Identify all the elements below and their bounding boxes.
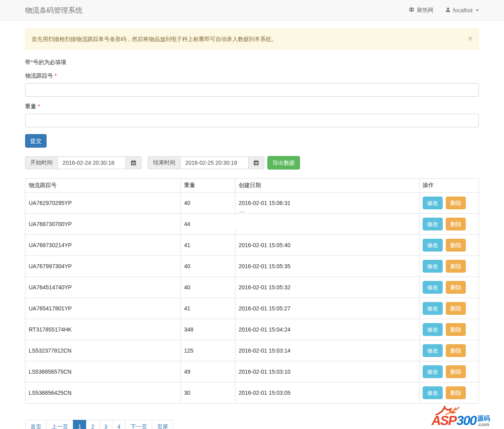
created-date-cell: 2016-02-01 15:05:27	[235, 298, 420, 319]
tracking-number-cell: RT317855174HK	[25, 319, 181, 340]
pagination-item[interactable]: 上一页	[46, 420, 73, 429]
edit-button[interactable]: 修改	[423, 281, 443, 294]
tracking-number-cell: LS532377812CN	[25, 340, 181, 361]
actions-cell: 修改 删除	[420, 277, 479, 298]
date-range-toolbar: 开始时间 结束时间 导出数据	[25, 156, 479, 170]
weight-required-asterisk: *	[38, 103, 40, 109]
submit-button[interactable]: 提交	[25, 134, 47, 148]
site-link[interactable]: 聚热网	[409, 7, 433, 14]
tracking-number-cell: UA767997304YP	[25, 256, 181, 277]
tracking-number-cell: UA768730214YP	[25, 235, 181, 256]
edit-button[interactable]: 修改	[423, 365, 443, 378]
edit-button[interactable]: 修改	[423, 302, 443, 315]
actions-cell: 修改 删除	[420, 235, 479, 256]
edit-button[interactable]: 修改	[423, 197, 443, 209]
export-data-button[interactable]: 导出数据	[267, 156, 300, 170]
end-time-label: 结束时间	[148, 156, 180, 169]
table-row: UA768730214YP 41 2016-02-01 15:05:40 修改 …	[25, 235, 479, 256]
table-row: UA767997304YP 40 2016-02-01 15:05:35 修改 …	[25, 256, 479, 277]
edit-button[interactable]: 修改	[423, 260, 443, 273]
required-note-suffix: 号的为必填项	[33, 59, 66, 65]
column-header-actions: 操作	[420, 179, 479, 193]
created-date-cell: 2016-02-01 15:04:24	[235, 319, 420, 340]
weight-input[interactable]	[25, 114, 479, 127]
tracking-number-cell: LS536856425CN	[25, 382, 181, 404]
calendar-icon	[253, 160, 259, 166]
created-date-cell: 2016-02-01 15:03:10	[235, 361, 420, 382]
table-header-row: 物流跟踪号 重量 创建日期 操作	[25, 179, 479, 193]
user-icon	[445, 7, 451, 14]
pagination-item[interactable]: 页尾	[152, 420, 173, 429]
table-row: LS536856425CN 30 2016-02-01 15:03:05 修改 …	[25, 382, 479, 404]
calendar-icon	[131, 160, 136, 166]
edit-button[interactable]: 修改	[423, 344, 443, 357]
weight-cell: 49	[181, 361, 235, 382]
edit-button[interactable]: 修改	[423, 323, 443, 336]
end-time-input[interactable]	[180, 156, 249, 169]
weight-cell: 40	[181, 193, 235, 214]
weight-label: 重量 *	[25, 103, 479, 110]
created-date-cell: 2016-02-01 15:03:14	[235, 340, 420, 361]
created-date-cell: 2016-02-01 15:03:05	[235, 382, 420, 404]
edit-button[interactable]: 修改	[423, 386, 443, 399]
weight-cell: 40	[181, 277, 235, 298]
actions-cell: 修改 删除	[420, 361, 479, 382]
table-row: RT317855174HK 348 2016-02-01 15:04:24 修改…	[25, 319, 479, 340]
delete-button[interactable]: 删除	[446, 323, 466, 336]
table-row: LS532377812CN 125 2016-02-01 15:03:14 修改…	[25, 340, 479, 361]
user-menu[interactable]: focalhot	[445, 7, 479, 14]
info-alert: 首先用扫描枪扫描物流跟踪单号条形码，然后将物品放到电子秤上称重即可自动录入数据到…	[25, 29, 479, 49]
required-note: 带*号的为必填项	[25, 59, 479, 66]
edit-button[interactable]: 修改	[423, 239, 443, 252]
weight-cell: 44	[181, 214, 235, 235]
edit-button[interactable]: 修改	[423, 218, 443, 230]
pagination-item[interactable]: 4	[112, 420, 126, 429]
table-row: UA764514740YP 40 2016-02-01 15:05:32 修改 …	[25, 277, 479, 298]
actions-cell: 修改 删除	[420, 256, 479, 277]
table-row: LS536856575CN 49 2016-02-01 15:03:10 修改 …	[25, 361, 479, 382]
table-row: UA765417801YP 41 2016-02-01 15:05:27 修改 …	[25, 298, 479, 319]
logo-com: .com	[477, 422, 489, 427]
weight-cell: 41	[181, 235, 235, 256]
weight-cell: 41	[181, 298, 235, 319]
delete-button[interactable]: 删除	[446, 218, 466, 230]
pagination-item[interactable]: 2	[86, 420, 100, 429]
main-container: 首先用扫描枪扫描物流跟踪单号条形码，然后将物品放到电子秤上称重即可自动录入数据到…	[25, 29, 479, 429]
delete-button[interactable]: 删除	[446, 281, 466, 294]
actions-cell: 修改 删除	[420, 193, 479, 214]
asp300-logo-text: ASP300 源码 .com	[431, 414, 490, 427]
tracking-number-label: 物流跟踪号 *	[25, 72, 479, 80]
asp300-logo: ASP300 源码 .com	[431, 405, 502, 428]
start-calendar-addon[interactable]	[126, 156, 141, 169]
table-row: UA768730700YP 44 15:05:45 修改 删除	[25, 214, 479, 235]
pagination-item[interactable]: 3	[99, 420, 113, 429]
delete-button[interactable]: 删除	[446, 365, 466, 378]
pagination: 首页上一页1234下一页页尾	[25, 420, 173, 429]
delete-button[interactable]: 删除	[446, 197, 466, 209]
pagination-item[interactable]: 首页	[25, 420, 47, 429]
tracking-number-cell: LS536856575CN	[25, 361, 181, 382]
start-time-group: 开始时间	[25, 156, 141, 169]
globe-icon	[409, 7, 414, 14]
pagination-item[interactable]: 下一页	[125, 420, 152, 429]
close-icon[interactable]: ×	[468, 35, 473, 43]
column-header-weight: 重量	[181, 179, 235, 193]
navbar: 物流条码管理系统 聚热网 focalhot	[0, 0, 504, 21]
tracking-label-text: 物流跟踪号	[25, 72, 53, 79]
actions-cell: 修改 删除	[420, 319, 479, 340]
column-header-tracking: 物流跟踪号	[25, 179, 181, 193]
delete-button[interactable]: 删除	[446, 239, 466, 252]
delete-button[interactable]: 删除	[446, 344, 466, 357]
delete-button[interactable]: 删除	[446, 302, 466, 315]
delete-button[interactable]: 删除	[446, 260, 466, 273]
start-time-input[interactable]	[57, 156, 126, 169]
actions-cell: 修改 删除	[420, 298, 479, 319]
pagination-item[interactable]: 1	[73, 420, 86, 429]
tracking-number-input[interactable]	[25, 83, 479, 97]
start-time-label: 开始时间	[25, 156, 57, 169]
app-title: 物流条码管理系统	[25, 6, 82, 15]
tracking-number-cell: UA765417801YP	[25, 298, 181, 319]
tracking-number-cell: UA764514740YP	[25, 277, 181, 298]
end-calendar-addon[interactable]	[249, 156, 264, 169]
delete-button[interactable]: 删除	[446, 386, 466, 399]
